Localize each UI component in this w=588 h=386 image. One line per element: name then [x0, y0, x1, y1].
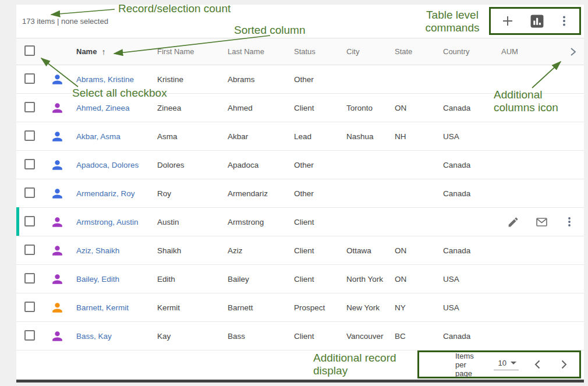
cell-country: USA [443, 132, 501, 141]
table-row[interactable]: Barnett, Kermit Kermit Barnett Prospect … [16, 293, 584, 322]
row-actions [507, 208, 575, 236]
chevron-right-icon [557, 358, 570, 371]
cell-country: Canada [443, 189, 501, 198]
cell-first-name: Shaikh [157, 246, 228, 255]
row-checkbox[interactable] [24, 216, 35, 226]
column-header-first-name[interactable]: First Name [157, 47, 228, 56]
column-header-last-name[interactable]: Last Name [228, 47, 294, 56]
column-header-aum[interactable]: AUM [501, 47, 565, 56]
record-name-link[interactable]: Bailey, Edith [76, 275, 119, 284]
column-header-state[interactable]: State [395, 47, 443, 56]
cell-status: Other [294, 189, 346, 198]
cell-state: NH [395, 132, 443, 141]
kebab-menu-icon [559, 15, 569, 27]
record-name-link[interactable]: Apadoca, Dolores [76, 161, 139, 169]
cell-status: Other [294, 161, 346, 169]
annotation-record-count: Record/selection count [118, 2, 231, 15]
record-name-link[interactable]: Ahmed, Zineea [76, 104, 130, 112]
additional-columns-chevron[interactable] [565, 46, 584, 58]
table-row[interactable]: Bass, Kay Kay Bass Client Vancouver BC C… [16, 322, 584, 350]
cell-first-name: Austin [157, 218, 228, 226]
cell-city: Nashua [346, 132, 395, 141]
annotation-additional-columns: Additional columns icon [494, 88, 558, 114]
person-icon [50, 329, 65, 343]
cell-first-name: Zineea [157, 104, 228, 112]
annotation-table-commands: Table level commands [420, 9, 484, 34]
cell-state: BC [395, 332, 443, 341]
add-record-button[interactable] [501, 14, 515, 28]
items-per-page-value: 10 [498, 359, 506, 367]
record-name-link[interactable]: Armstrong, Austin [76, 218, 139, 226]
cell-city: New York [346, 303, 395, 312]
cell-country: Canada [443, 246, 501, 255]
cell-status: Lead [294, 132, 346, 141]
record-name-link[interactable]: Bass, Kay [76, 332, 112, 341]
cell-last-name: Armstrong [228, 218, 294, 226]
table-commands-box [489, 7, 581, 35]
table-row[interactable]: Armendariz, Roy Roy Armendariz Other Can… [16, 179, 584, 208]
table-row[interactable]: Bailey, Edith Edith Bailey Client North … [16, 265, 584, 293]
column-header-country[interactable]: Country [443, 47, 501, 56]
person-icon [50, 215, 65, 229]
cell-status: Client [294, 218, 346, 226]
table-row[interactable]: Armstrong, Austin Austin Armstrong Clien… [16, 208, 584, 236]
annotation-additional-record: Additional record display [313, 352, 396, 377]
cell-country: Canada [443, 161, 501, 169]
cell-first-name: Asma [157, 132, 228, 141]
row-checkbox[interactable] [24, 159, 35, 169]
row-checkbox[interactable] [24, 302, 35, 312]
cell-last-name: Akbar [228, 132, 294, 141]
cell-first-name: Roy [157, 189, 228, 198]
edit-record-button[interactable] [507, 216, 519, 228]
record-name-link[interactable]: Abrams, Kristine [76, 75, 134, 84]
cell-first-name: Kay [157, 332, 228, 341]
table-row[interactable]: Akbar, Asma Asma Akbar Lead Nashua NH US… [16, 122, 584, 151]
record-name-link[interactable]: Akbar, Asma [76, 132, 121, 141]
record-name-link[interactable]: Barnett, Kermit [76, 303, 129, 312]
kebab-menu-icon [564, 216, 575, 228]
row-checkbox[interactable] [24, 273, 35, 284]
next-page-button[interactable] [557, 358, 570, 371]
record-name-link[interactable]: Aziz, Shaikh [76, 246, 119, 255]
cell-status: Client [294, 246, 346, 255]
cell-country: Canada [443, 332, 501, 341]
column-header-city[interactable]: City [346, 47, 395, 56]
table-row[interactable]: Apadoca, Dolores Dolores Apadoca Other C… [16, 151, 584, 179]
previous-page-button[interactable] [532, 358, 544, 371]
record-name-link[interactable]: Armendariz, Roy [76, 189, 135, 198]
cell-status: Client [294, 104, 346, 112]
person-icon [50, 186, 65, 201]
cell-first-name: Dolores [157, 161, 228, 169]
person-icon [50, 243, 65, 258]
cell-country: USA [443, 303, 501, 312]
record-selection-count: 173 items | none selected [22, 17, 108, 26]
email-record-button[interactable] [535, 215, 548, 229]
cell-last-name: Bass [228, 332, 294, 341]
row-checkbox[interactable] [24, 330, 35, 341]
table-row[interactable]: Aziz, Shaikh Shaikh Aziz Client Ottawa O… [16, 236, 584, 265]
cell-last-name: Ahmed [228, 104, 294, 112]
cell-status: Client [294, 332, 346, 341]
table-more-commands-button[interactable] [559, 15, 569, 27]
envelope-icon [535, 215, 548, 229]
row-checkbox[interactable] [24, 130, 35, 141]
row-more-actions-button[interactable] [564, 216, 575, 228]
items-per-page-select[interactable]: 10 [494, 359, 519, 370]
chart-view-button[interactable] [530, 14, 544, 29]
table-header-row: Name ↑ First Name Last Name Status City … [16, 38, 584, 65]
row-checkbox[interactable] [24, 102, 35, 112]
column-header-name[interactable]: Name ↑ [68, 47, 157, 56]
cell-state: NY [395, 303, 443, 312]
row-checkbox[interactable] [24, 245, 35, 255]
chevron-left-icon [532, 358, 544, 371]
row-checkbox[interactable] [24, 187, 35, 198]
select-all-checkbox[interactable] [24, 45, 35, 56]
row-checkbox[interactable] [24, 73, 35, 84]
cell-city: Vancouver [346, 332, 395, 341]
person-icon [50, 158, 65, 172]
annotation-sorted-column: Sorted column [234, 24, 306, 37]
cell-country: Canada [443, 104, 501, 112]
column-header-status[interactable]: Status [294, 47, 346, 56]
cell-city: Ottawa [346, 246, 395, 255]
pencil-icon [507, 216, 519, 228]
